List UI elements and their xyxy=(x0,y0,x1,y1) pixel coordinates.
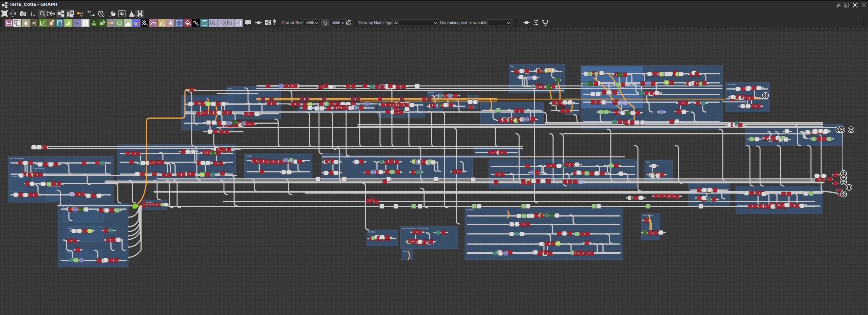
svg-text:Filter by Node Type: Filter by Node Type xyxy=(358,20,394,25)
svg-text:Mosaic: Mosaic xyxy=(428,92,434,94)
svg-text:Parent Size:: Parent Size: xyxy=(282,20,305,25)
svg-text:Base: Base xyxy=(228,88,232,90)
svg-text:Containing text or variable: Containing text or variable xyxy=(440,20,488,25)
svg-text:A: A xyxy=(169,20,173,26)
svg-text:NewBase: NewBase xyxy=(466,209,474,211)
svg-text:i: i xyxy=(31,11,33,17)
svg-text:SmallTexture and Source Crack: SmallTexture and Source Crack xyxy=(402,227,428,229)
svg-text:New: New xyxy=(510,65,514,67)
svg-text:New Texture: New Texture xyxy=(34,167,44,169)
svg-text:01: 01 xyxy=(196,23,199,26)
svg-text:New Texture Map: New Texture Map xyxy=(10,158,24,160)
svg-text:All: All xyxy=(394,21,398,25)
svg-text:NewBase: NewBase xyxy=(368,231,376,233)
svg-text:Grunge: Grunge xyxy=(246,155,252,157)
svg-text:Crack Face: Crack Face xyxy=(727,84,736,86)
svg-text:01: 01 xyxy=(145,23,148,26)
svg-text:Artifacts: Artifacts xyxy=(12,175,18,177)
svg-text:4096: 4096 xyxy=(306,21,314,25)
svg-text:NewGrunge: NewGrunge xyxy=(643,215,653,217)
svg-text:4096: 4096 xyxy=(332,21,340,25)
svg-text:1:1: 1:1 xyxy=(11,12,16,16)
svg-text:New: New xyxy=(646,161,650,163)
